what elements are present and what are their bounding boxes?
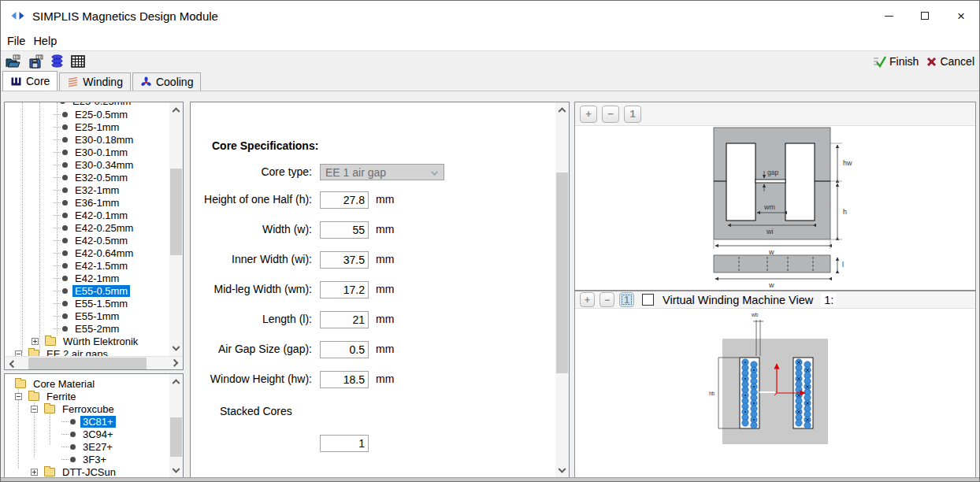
tab-core[interactable]: Core <box>2 71 58 91</box>
tree-item[interactable]: E55-0.5mm <box>5 284 169 297</box>
tree-item[interactable]: 3C81+ <box>5 415 169 428</box>
expand-icon[interactable] <box>32 338 39 345</box>
zoom-in-button[interactable]: + <box>580 106 597 123</box>
cancel-label: Cancel <box>940 55 974 68</box>
bullet-icon <box>62 175 68 180</box>
tree-folder-ferroxcube[interactable]: Ferroxcube <box>5 402 117 415</box>
bullet-icon <box>62 250 68 256</box>
vertical-scrollbar[interactable] <box>555 102 569 478</box>
minimize-button[interactable] <box>870 1 907 31</box>
zoom-out-button[interactable]: − <box>602 106 619 123</box>
zoom-out-button[interactable]: − <box>600 292 614 307</box>
parameter-table-button[interactable] <box>71 55 85 68</box>
svg-text:w: w <box>768 281 774 289</box>
tree-folder-wurth[interactable]: Würth Elektronik <box>5 335 140 347</box>
zoom-actual-button[interactable]: 1 <box>624 106 641 123</box>
horizontal-scrollbar[interactable] <box>5 356 183 369</box>
close-button[interactable]: × <box>943 1 979 31</box>
spec-label: Length (l): <box>197 311 312 325</box>
bullet-icon <box>62 112 68 117</box>
bullet-icon <box>62 263 68 269</box>
zoom-actual-button[interactable]: 1 <box>619 292 634 307</box>
scroll-thumb[interactable] <box>28 358 147 369</box>
finish-label: Finish <box>889 55 919 68</box>
scroll-down-icon[interactable] <box>173 343 180 351</box>
menu-file[interactable]: File <box>7 33 32 49</box>
scroll-up-icon[interactable] <box>173 107 180 115</box>
maximize-icon <box>921 12 929 20</box>
tree-item[interactable]: E36-1mm <box>5 196 169 209</box>
tab-winding[interactable]: Winding <box>59 72 131 91</box>
tree-item[interactable]: E25-1mm <box>5 120 169 133</box>
tree-item[interactable]: E55-2mm <box>5 322 169 335</box>
tree-item[interactable]: E25-0.5mm <box>5 108 169 120</box>
menu-help[interactable]: Help <box>33 33 63 49</box>
maximize-button[interactable] <box>907 1 943 31</box>
core-type-label: Core type: <box>197 164 312 178</box>
spec-row: Inner Width (wi): mm <box>191 251 555 281</box>
tree-item[interactable]: E55-1.5mm <box>5 297 169 310</box>
spec-label: Mid-leg Width (wm): <box>197 281 312 295</box>
tree-item[interactable]: E42-0.25mm <box>5 221 169 234</box>
toolbar: Finish Cancel <box>1 50 979 71</box>
scroll-thumb[interactable] <box>170 417 182 457</box>
winding-view-index[interactable]: 1: <box>821 294 837 306</box>
core-database-button[interactable] <box>50 54 64 68</box>
spec-label: Window Height (hw): <box>197 371 312 385</box>
tree-item[interactable]: 3C94+ <box>5 428 169 440</box>
tree-item[interactable]: 3E27+ <box>5 440 169 453</box>
finish-button[interactable]: Finish <box>874 55 919 68</box>
bullet-icon <box>62 187 68 193</box>
tree-item[interactable]: E42-1mm <box>5 272 169 284</box>
collapse-icon[interactable] <box>15 393 22 400</box>
cancel-button[interactable]: Cancel <box>926 55 974 68</box>
tree-item[interactable]: E30-0.18mm <box>5 133 169 146</box>
save-button[interactable] <box>28 54 43 69</box>
vertical-scrollbar[interactable] <box>169 102 183 356</box>
tree-item[interactable]: E42-0.1mm <box>5 209 169 221</box>
scroll-thumb[interactable] <box>170 169 182 255</box>
core-type-dropdown[interactable]: EE 1 air gap <box>320 164 444 180</box>
tree-folder-ferrite[interactable]: Ferrite <box>5 390 79 402</box>
tree-item[interactable]: E42-0.64mm <box>5 247 169 259</box>
stacked-cores-input[interactable] <box>320 435 369 452</box>
spec-input[interactable] <box>320 341 369 358</box>
tab-cooling[interactable]: Cooling <box>132 72 201 91</box>
spec-input[interactable] <box>320 221 369 239</box>
tree-item[interactable]: E30-0.1mm <box>5 146 169 158</box>
vertical-scrollbar[interactable] <box>169 374 183 478</box>
menu-bar: File Help <box>1 31 979 50</box>
scroll-up-icon[interactable] <box>559 107 566 115</box>
title-bar: SIMPLIS Magnetics Design Module × <box>1 1 979 31</box>
collapse-icon[interactable] <box>31 406 38 413</box>
tree-folder-dtt[interactable]: DTT-JCSun <box>5 465 118 478</box>
bullet-icon <box>70 432 76 437</box>
tree-item[interactable]: E32-1mm <box>5 184 169 196</box>
tree-item[interactable]: E42-1.5mm <box>5 259 169 272</box>
scroll-down-icon[interactable] <box>173 465 180 473</box>
winding-view-checkbox[interactable] <box>642 294 654 306</box>
scroll-left-icon[interactable] <box>9 360 17 368</box>
tree-item[interactable]: E55-1mm <box>5 310 169 322</box>
tree-item-clipped[interactable]: E25-0.25mm <box>60 102 133 107</box>
expand-icon[interactable] <box>31 469 38 476</box>
spec-input[interactable] <box>320 281 369 298</box>
tree-item[interactable]: E32-0.5mm <box>5 171 169 184</box>
spec-row: Width (w): mm <box>191 221 555 251</box>
scroll-up-icon[interactable] <box>173 379 180 387</box>
tree-root-core-material[interactable]: Core Material <box>5 377 97 390</box>
tree-item[interactable]: E30-0.34mm <box>5 158 169 171</box>
spec-input[interactable] <box>320 371 369 388</box>
tab-bar: Core Winding Cooling <box>2 71 202 91</box>
spec-input[interactable] <box>320 191 369 209</box>
scroll-thumb[interactable] <box>556 172 568 373</box>
folder-icon <box>15 380 26 388</box>
tree-item[interactable]: E42-0.5mm <box>5 234 169 247</box>
open-project-button[interactable] <box>6 54 21 69</box>
tree-item[interactable]: 3F3+ <box>5 453 169 465</box>
spec-input[interactable] <box>320 251 369 269</box>
scroll-right-icon[interactable] <box>170 359 178 367</box>
spec-input[interactable] <box>320 311 369 328</box>
zoom-in-button[interactable]: + <box>580 292 595 307</box>
scroll-down-icon[interactable] <box>559 465 566 473</box>
